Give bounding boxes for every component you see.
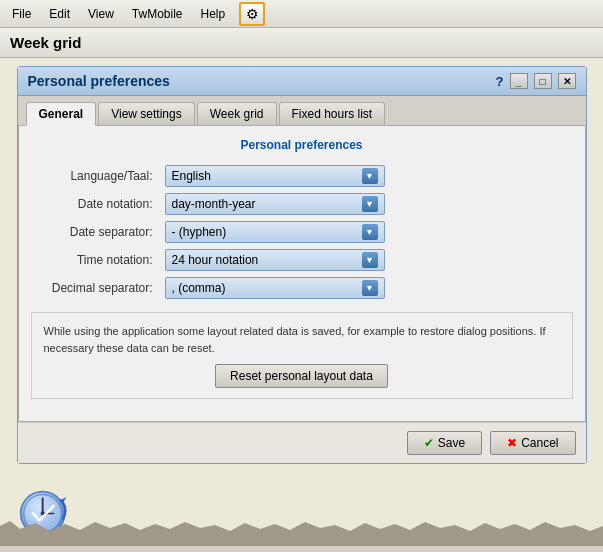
save-button[interactable]: ✔ Save	[407, 431, 482, 455]
decimal-separator-dropdown[interactable]: , (comma) ▼	[165, 277, 385, 299]
date-separator-dropdown[interactable]: - (hyphen) ▼	[165, 221, 385, 243]
tab-view-settings[interactable]: View settings	[98, 102, 194, 125]
dialog-restore-button[interactable]: □	[534, 73, 552, 89]
date-notation-dropdown[interactable]: day-month-year ▼	[165, 193, 385, 215]
time-notation-label: Time notation:	[31, 246, 161, 274]
cancel-label: Cancel	[521, 436, 558, 450]
time-notation-dropdown-arrow: ▼	[362, 252, 378, 268]
cancel-icon: ✖	[507, 436, 517, 450]
language-value: English	[172, 169, 211, 183]
date-separator-label: Date separator:	[31, 218, 161, 246]
tab-fixed-hours-list[interactable]: Fixed hours list	[279, 102, 386, 125]
tab-content-general: Personal preferences Language/Taal: Engl…	[18, 126, 586, 422]
date-separator-dropdown-arrow: ▼	[362, 224, 378, 240]
gear-button[interactable]: ⚙	[239, 2, 265, 26]
main-area: Personal preferences ? _ □ ✕ General Vie…	[0, 58, 603, 486]
tabs: General View settings Week grid Fixed ho…	[18, 96, 586, 126]
decimal-separator-label: Decimal separator:	[31, 274, 161, 302]
menu-view[interactable]: View	[80, 5, 122, 23]
tab-general[interactable]: General	[26, 102, 97, 126]
date-notation-value: day-month-year	[172, 197, 256, 211]
section-title: Personal preferences	[31, 138, 573, 152]
dialog-title: Personal preferences	[28, 73, 170, 89]
jagged-edge	[0, 521, 603, 546]
dialog-titlebar: Personal preferences ? _ □ ✕	[18, 67, 586, 96]
dialog-close-button[interactable]: ✕	[558, 73, 576, 89]
language-dropdown-arrow: ▼	[362, 168, 378, 184]
time-notation-dropdown[interactable]: 24 hour notation ▼	[165, 249, 385, 271]
language-row: Language/Taal: English ▼	[31, 162, 573, 190]
dialog-minimize-button[interactable]: _	[510, 73, 528, 89]
date-notation-dropdown-arrow: ▼	[362, 196, 378, 212]
date-notation-label: Date notation:	[31, 190, 161, 218]
dialog: Personal preferences ? _ □ ✕ General Vie…	[17, 66, 587, 464]
info-text: While using the application some layout …	[44, 325, 546, 354]
bottom-area	[0, 486, 603, 546]
menu-help[interactable]: Help	[193, 5, 234, 23]
decimal-separator-dropdown-arrow: ▼	[362, 280, 378, 296]
date-separator-row: Date separator: - (hyphen) ▼	[31, 218, 573, 246]
decimal-separator-row: Decimal separator: , (comma) ▼	[31, 274, 573, 302]
app-titlebar: Week grid	[0, 28, 603, 58]
time-notation-value: 24 hour notation	[172, 253, 259, 267]
info-section: While using the application some layout …	[31, 312, 573, 399]
decimal-separator-value: , (comma)	[172, 281, 226, 295]
app-title: Week grid	[10, 34, 81, 51]
preferences-form: Language/Taal: English ▼ Date notation: …	[31, 162, 573, 302]
language-dropdown[interactable]: English ▼	[165, 165, 385, 187]
dialog-help-button[interactable]: ?	[496, 74, 504, 89]
time-notation-row: Time notation: 24 hour notation ▼	[31, 246, 573, 274]
save-label: Save	[438, 436, 465, 450]
tab-week-grid[interactable]: Week grid	[197, 102, 277, 125]
cancel-button[interactable]: ✖ Cancel	[490, 431, 575, 455]
language-label: Language/Taal:	[31, 162, 161, 190]
date-notation-row: Date notation: day-month-year ▼	[31, 190, 573, 218]
menubar: File Edit View TwMobile Help ⚙	[0, 0, 603, 28]
menu-twmobile[interactable]: TwMobile	[124, 5, 191, 23]
save-icon: ✔	[424, 436, 434, 450]
dialog-controls: ? _ □ ✕	[496, 73, 576, 89]
gear-icon: ⚙	[246, 6, 259, 22]
date-separator-value: - (hyphen)	[172, 225, 227, 239]
menu-file[interactable]: File	[4, 5, 39, 23]
menu-edit[interactable]: Edit	[41, 5, 78, 23]
dialog-footer: ✔ Save ✖ Cancel	[18, 422, 586, 463]
reset-layout-button[interactable]: Reset personal layout data	[215, 364, 388, 388]
